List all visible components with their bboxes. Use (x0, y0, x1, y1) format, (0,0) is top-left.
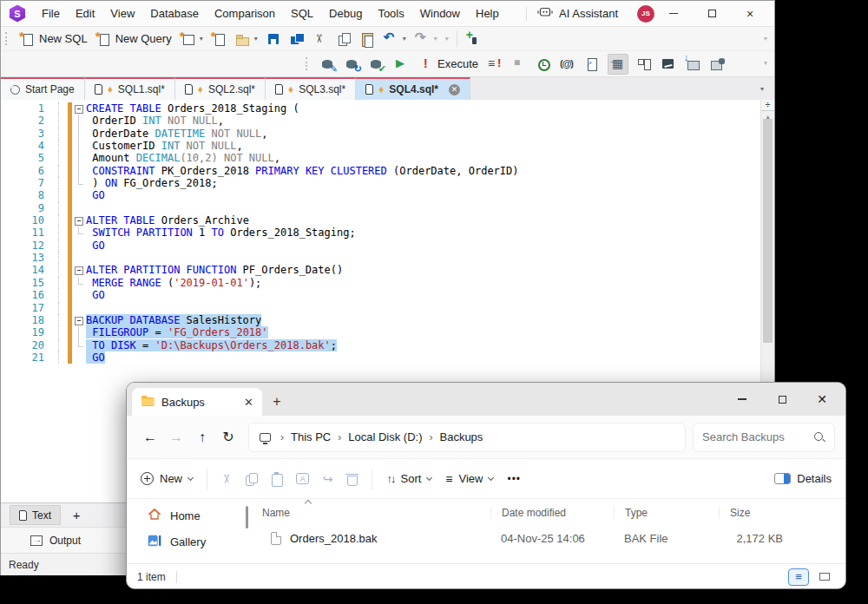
menu-help[interactable]: Help (468, 1, 507, 26)
code-line[interactable]: 4 CustomerID INT NOT NULL, (1, 140, 760, 152)
address-bar[interactable]: ›This PC›Local Disk (D:)›Backups (248, 423, 686, 452)
ai-assistant-button[interactable]: AI Assistant (559, 7, 618, 20)
breadcrumb-local-disk-d-[interactable]: Local Disk (D:) (344, 429, 426, 445)
sort-button[interactable]: ↑↓Sort (386, 472, 431, 485)
chevron-down-icon[interactable]: ▾ (403, 35, 406, 43)
new-sql-button[interactable]: New SQL (19, 31, 88, 47)
code-line[interactable]: 9 (1, 202, 760, 214)
minimize-button[interactable] (654, 1, 693, 26)
code-line[interactable]: 6 CONSTRAINT PK_Orders_2018 PRIMARY KEY … (1, 165, 760, 177)
data-layout-button[interactable] (636, 56, 652, 72)
chevron-down-icon[interactable]: ▾ (434, 35, 437, 43)
menu-edit[interactable]: Edit (68, 1, 102, 26)
code-line[interactable]: 12 GO (1, 240, 760, 252)
code-line[interactable]: 10ALTER TABLE Orders_Archive (1, 214, 760, 226)
sidebar-item-gallery[interactable]: Gallery (127, 528, 241, 555)
column-header-name[interactable]: Name (252, 507, 490, 519)
menu-window[interactable]: Window (412, 1, 468, 26)
chevron-down-icon[interactable]: ▾ (200, 35, 203, 43)
search-icon[interactable] (813, 431, 825, 443)
code-line[interactable]: 3 OrderDate DATETIME NOT NULL, (1, 128, 760, 140)
column-header-date-modified[interactable]: Date modified (490, 507, 614, 519)
new-file-button[interactable] (211, 31, 227, 47)
run-button[interactable] (393, 56, 409, 72)
execute-button[interactable]: Execute (418, 56, 478, 72)
cut-button[interactable] (312, 31, 328, 47)
code-line[interactable]: 11 SWITCH PARTITION 1 TO Orders_2018_Sta… (1, 226, 760, 239)
save-button[interactable] (266, 31, 281, 47)
file-row[interactable]: Orders_2018.bak04-Nov-25 14:06BAK File2,… (252, 523, 845, 553)
cut-button[interactable]: ✂ (221, 473, 232, 485)
chevron-down-icon[interactable]: ▾ (254, 35, 258, 43)
code-line[interactable]: 13 (1, 252, 760, 264)
menu-tools[interactable]: Tools (370, 1, 411, 26)
fold-toggle-icon[interactable] (72, 314, 86, 326)
doc-tab-sql4-sql-[interactable]: ♦SQL4.sql*✕ (356, 77, 470, 100)
redo-button[interactable]: ▾ (414, 31, 437, 47)
forward-icon[interactable]: → (163, 430, 189, 445)
search-box[interactable] (693, 423, 835, 452)
more-options-button[interactable]: ••• (507, 474, 521, 484)
doc-tab-sql1-sql-[interactable]: ♦SQL1.sql* (85, 77, 175, 100)
edit-database-button[interactable] (320, 56, 336, 72)
paste-button[interactable] (272, 473, 282, 485)
column-header-size[interactable]: Size (719, 507, 792, 519)
new-document-button[interactable]: ▾ (180, 31, 203, 47)
close-button[interactable]: × (731, 1, 769, 26)
paste-button[interactable] (359, 31, 375, 47)
code-line[interactable]: 14ALTER PARTITION FUNCTION PF_Orders_Dat… (1, 264, 760, 276)
code-line[interactable]: 5 Amount DECIMAL(10,2) NOT NULL, (1, 152, 760, 164)
column-header-type[interactable]: Type (614, 507, 719, 519)
breadcrumb-this-pc[interactable]: This PC (286, 429, 335, 445)
search-input[interactable] (702, 430, 813, 443)
explorer-minimize-button[interactable] (722, 383, 762, 416)
menu-comparison[interactable]: Comparison (207, 1, 283, 26)
toolbar-grip[interactable] (5, 32, 9, 45)
code-line[interactable]: 15 MERGE RANGE ('2019-01-01'); (1, 277, 760, 289)
explorer-maximize-button[interactable] (762, 383, 802, 416)
code-line[interactable]: 16 GO (1, 289, 760, 301)
details-view-button[interactable]: ≡ (788, 568, 809, 586)
new-query-button[interactable]: New Query (95, 31, 172, 47)
doc-tab-start-page[interactable]: Start Page (1, 77, 85, 100)
fold-toggle-icon[interactable] (72, 264, 86, 276)
execute-script-button[interactable] (487, 56, 503, 72)
maximize-button[interactable] (693, 1, 731, 26)
large-icons-view-button[interactable] (814, 568, 835, 586)
refresh-icon[interactable]: ↻ (215, 429, 241, 445)
sidebar-item-home[interactable]: Home (127, 502, 241, 528)
fold-toggle-icon[interactable] (72, 214, 86, 226)
details-pane-toggle[interactable]: Details (774, 472, 832, 485)
tab-text-view[interactable]: Text (10, 505, 61, 525)
menu-database[interactable]: Database (142, 1, 207, 26)
toolbar-grip[interactable] (306, 57, 309, 70)
tab-close-icon[interactable]: ✕ (244, 396, 253, 409)
explorer-close-button[interactable]: ✕ (802, 383, 842, 416)
send-results-email-button[interactable] (560, 56, 575, 72)
splitter-button[interactable] (761, 100, 774, 111)
new-connection-button[interactable] (465, 31, 481, 47)
doc-tab-sql3-sql-[interactable]: ♦SQL3.sql* (266, 77, 356, 100)
code-line[interactable]: 7 ) ON FG_Orders_2018; (1, 177, 760, 189)
code-line[interactable]: 19 FILEGROUP = 'FG_Orders_2018' (1, 326, 760, 338)
share-button[interactable]: ↪ (323, 473, 333, 485)
undo-button[interactable]: ▾ (383, 31, 406, 47)
toolbar-overflow-icon[interactable]: ▾ (764, 35, 767, 43)
fold-toggle-icon[interactable] (72, 102, 86, 115)
menu-sql[interactable]: SQL (283, 1, 321, 26)
new-item-button[interactable]: New (141, 472, 193, 485)
validate-database-button[interactable] (369, 56, 385, 72)
menu-file[interactable]: File (34, 1, 68, 26)
code-area[interactable]: 1CREATE TABLE Orders_2018_Staging (2 Ord… (1, 102, 760, 364)
refresh-database-button[interactable] (345, 56, 360, 72)
scrollbar-thumb[interactable] (763, 119, 773, 343)
copy-button[interactable] (336, 31, 352, 47)
up-icon[interactable]: ↑ (189, 430, 215, 445)
code-line[interactable]: 1CREATE TABLE Orders_2018_Staging ( (1, 102, 760, 115)
doc-tab-sql2-sql-[interactable]: ♦SQL2.sql* (175, 77, 266, 100)
add-view-button[interactable]: + (64, 508, 89, 522)
menu-debug[interactable]: Debug (321, 1, 370, 26)
delete-button[interactable] (346, 473, 358, 485)
breadcrumb-backups[interactable]: Backups (435, 429, 487, 445)
history-dropdown-icon[interactable]: ▾ (445, 35, 449, 43)
